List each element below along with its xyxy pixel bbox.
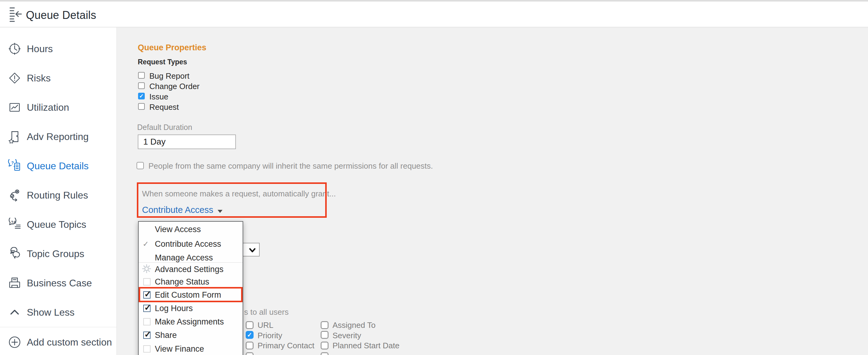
checkbox-partial[interactable]: [321, 352, 329, 355]
sidebar-item-queue-topics[interactable]: ?A Queue Topics: [0, 210, 117, 239]
business-case-icon: [8, 276, 21, 290]
menu-item-label: Advanced Settings: [155, 265, 223, 274]
check-icon: ✓: [139, 93, 144, 99]
sidebar-item-hours[interactable]: Hours: [0, 34, 117, 63]
check-icon: ✓: [144, 302, 151, 313]
auto-grant-caption: When someone makes a request, automatica…: [142, 189, 336, 199]
field-label: Planned Start Date: [333, 341, 400, 350]
checkbox-url[interactable]: [246, 321, 254, 329]
checkbox-severity[interactable]: [321, 331, 329, 339]
add-custom-section-label: Add custom section: [27, 337, 112, 348]
menu-item-advanced-settings[interactable]: Advanced Settings: [139, 263, 243, 276]
menu-item-share[interactable]: ✓ Share: [139, 328, 243, 342]
plus-circle-icon: [8, 335, 21, 349]
svg-text:?A: ?A: [11, 220, 16, 225]
menu-item-change-status[interactable]: Change Status: [139, 275, 243, 289]
page-header: [0, 2, 868, 27]
default-duration-input[interactable]: [138, 135, 236, 149]
sidebar-item-utilization[interactable]: Utilization: [0, 93, 117, 122]
chevron-up-icon: [8, 305, 21, 319]
sidebar-item-label: Topic Groups: [27, 248, 85, 259]
default-duration-label: Default Duration: [137, 123, 192, 132]
menu-item-view-finance[interactable]: View Finance: [139, 342, 243, 355]
field-label: Assigned To: [333, 321, 375, 330]
menu-item-label: View Access: [155, 225, 201, 234]
checkbox-label: Request: [149, 102, 179, 112]
sidebar-item-label: Routing Rules: [27, 190, 88, 201]
gear-icon: [142, 264, 151, 274]
field-label: URL: [257, 321, 273, 330]
checkbox-change-order[interactable]: [138, 82, 145, 89]
report-star-icon: [8, 130, 21, 143]
request-types-label: Request Types: [138, 58, 187, 66]
queue-topics-icon: ?A: [8, 218, 21, 231]
caret-down-icon: [218, 210, 222, 213]
add-custom-section-button[interactable]: Add custom section: [0, 329, 117, 355]
topic-groups-icon: [8, 247, 21, 261]
menu-item-make-assignments[interactable]: Make Assignments: [139, 315, 243, 328]
menu-item-label: Manage Access: [155, 253, 213, 263]
sidebar-item-label: Adv Reporting: [27, 131, 89, 142]
check-icon: ✓: [144, 289, 151, 299]
sidebar-item-label: Business Case: [27, 277, 92, 289]
access-level-dropdown[interactable]: Contribute Access: [142, 205, 222, 215]
utilization-chart-icon: [8, 101, 21, 114]
menu-checkbox: [143, 318, 151, 325]
clock-icon: [8, 42, 21, 56]
checkbox-inherit-permissions[interactable]: [136, 162, 144, 169]
check-icon: ✓: [247, 331, 252, 338]
checkbox-request[interactable]: [138, 103, 145, 110]
sidebar-item-risks[interactable]: Risks: [0, 63, 117, 93]
checkbox-partial[interactable]: [246, 352, 254, 355]
menu-checkbox-checked: ✓: [143, 305, 151, 312]
sidebar-item-queue-details[interactable]: ? Queue Details: [0, 151, 117, 181]
menu-item-contribute-access[interactable]: ✓ Contribute Access: [139, 237, 243, 251]
sidebar-item-business-case[interactable]: Business Case: [0, 268, 117, 298]
menu-item-edit-custom-form[interactable]: ✓ Edit Custom Form: [139, 288, 243, 302]
sidebar-item-show-less[interactable]: Show Less: [0, 298, 117, 327]
collapse-panel-icon[interactable]: [8, 6, 23, 23]
menu-item-label: Edit Custom Form: [155, 290, 221, 300]
svg-text:?: ?: [11, 161, 14, 165]
sidebar-item-label: Risks: [27, 72, 51, 84]
sidebar-item-topic-groups[interactable]: Topic Groups: [0, 239, 117, 268]
menu-item-label: Change Status: [155, 277, 209, 287]
field-label: Severity: [333, 331, 361, 341]
field-label: Primary Contact: [257, 341, 314, 350]
sidebar-item-label: Utilization: [27, 102, 69, 113]
checkbox-bug-report[interactable]: [138, 72, 145, 79]
menu-checkbox: [143, 345, 151, 353]
menu-item-label: View Finance: [155, 344, 204, 354]
menu-checkbox-checked: ✓: [143, 331, 151, 339]
field-label: Priority: [257, 331, 282, 341]
menu-item-label: Log Hours: [155, 304, 193, 313]
checkbox-label: Issue: [149, 92, 168, 101]
page-title: Queue Details: [26, 9, 96, 21]
checkbox-assigned-to[interactable]: [321, 321, 329, 329]
sidebar-item-label: Show Less: [27, 307, 75, 318]
access-level-value: Contribute Access: [142, 205, 213, 215]
checkbox-priority[interactable]: ✓: [246, 331, 254, 339]
menu-item-log-hours[interactable]: ✓ Log Hours: [139, 302, 243, 315]
fields-note-fragment: s to all users: [244, 307, 289, 317]
section-title: Queue Properties: [138, 43, 206, 53]
menu-checkbox: [143, 278, 151, 286]
risk-diamond-icon: [8, 71, 21, 85]
check-icon: ✓: [144, 329, 151, 339]
menu-checkbox-checked: ✓: [143, 291, 151, 299]
inherit-permissions-label: People from the same company will inheri…: [148, 161, 433, 171]
checkbox-label: Bug Report: [149, 71, 190, 81]
menu-item-view-access[interactable]: View Access: [139, 223, 243, 236]
menu-item-label: Make Assignments: [155, 317, 224, 327]
selected-check-icon: ✓: [143, 240, 149, 248]
sidebar-item-label: Queue Details: [27, 160, 89, 171]
checkbox-planned-start-date[interactable]: [321, 342, 329, 350]
checkbox-primary-contact[interactable]: [246, 342, 254, 350]
sidebar-item-label: Hours: [27, 43, 53, 54]
menu-item-label: Share: [155, 331, 177, 340]
menu-item-label: Contribute Access: [155, 239, 221, 249]
checkbox-issue[interactable]: ✓: [138, 93, 145, 99]
sidebar-item-label: Queue Topics: [27, 219, 86, 230]
sidebar-item-adv-reporting[interactable]: Adv Reporting: [0, 122, 117, 151]
sidebar-item-routing-rules[interactable]: Routing Rules: [0, 181, 117, 210]
